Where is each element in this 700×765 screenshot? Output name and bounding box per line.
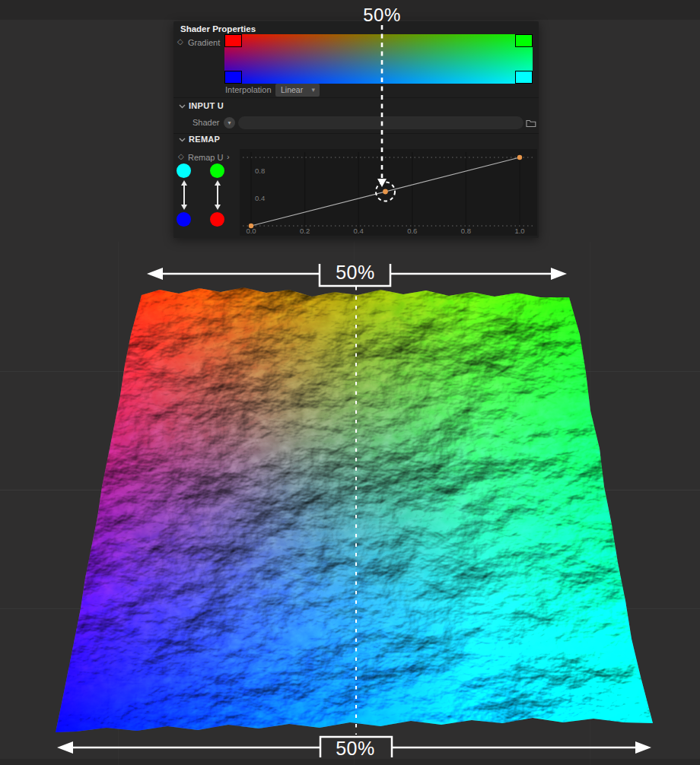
shader-properties-panel: Shader Properties ◇ Gradient xyxy=(173,21,539,238)
chevron-down-icon[interactable] xyxy=(179,138,186,142)
shader-options-button[interactable]: ▾ xyxy=(224,117,235,129)
swap-arrow-icon xyxy=(180,180,189,210)
curve-editor-background xyxy=(240,149,537,236)
terrain-width-label-top: 50% xyxy=(323,262,388,283)
interpolation-dropdown[interactable]: Linear ▾ xyxy=(275,84,320,97)
x-tick-label: 0.6 xyxy=(407,227,417,235)
viewport: 50% 50% Shader Properties ◇ Gradient xyxy=(0,0,700,765)
y-tick-label: 0.4 xyxy=(255,194,265,202)
terrain-rock-grain xyxy=(46,281,662,738)
diamond-icon: ◇ xyxy=(178,153,184,160)
section-header-remap[interactable]: REMAP xyxy=(189,135,220,144)
swap-arrow-icon xyxy=(213,180,222,210)
x-tick-label: 0.4 xyxy=(354,227,364,235)
section-header-input-u[interactable]: INPUT U xyxy=(189,101,224,110)
shader-input-field[interactable] xyxy=(238,116,523,129)
terrain-width-label-bottom: 50% xyxy=(323,738,388,759)
section-divider xyxy=(173,97,539,98)
gradient-editor[interactable] xyxy=(224,34,533,84)
chevron-down-icon[interactable] xyxy=(179,104,186,109)
interpolation-label: Interpolation xyxy=(225,85,272,94)
caret-down-icon: ▾ xyxy=(311,84,315,97)
shader-split-label: 50% xyxy=(352,5,412,26)
diamond-icon: ◇ xyxy=(177,38,183,46)
y-tick-label: 0.8 xyxy=(255,167,265,175)
section-divider xyxy=(173,133,539,134)
gradient-knot-top-right[interactable] xyxy=(515,34,533,47)
gradient-label: Gradient xyxy=(188,38,220,47)
caret-down-icon: ▾ xyxy=(228,119,231,126)
x-tick-label: 1.0 xyxy=(514,227,524,235)
swap-color-blue[interactable] xyxy=(177,212,191,227)
folder-icon[interactable] xyxy=(526,119,536,128)
gradient-knot-top-left[interactable] xyxy=(224,34,242,47)
panel-title: Shader Properties xyxy=(180,24,256,33)
remap-curve-editor[interactable]: 0.8 0.4 0.0 0.2 0.4 0.6 0.8 1.0 xyxy=(240,149,537,236)
curve-point-selected[interactable] xyxy=(383,189,388,195)
x-tick-label: 0.0 xyxy=(246,227,256,235)
swap-color-green[interactable] xyxy=(210,163,224,178)
angle-right-icon: › xyxy=(227,152,230,161)
remap-u-label[interactable]: Remap U xyxy=(188,153,223,162)
gradient-knot-bottom-right[interactable] xyxy=(515,71,533,84)
swap-color-red[interactable] xyxy=(210,212,224,227)
shader-label: Shader xyxy=(192,118,219,127)
x-tick-label: 0.2 xyxy=(300,227,310,235)
gradient-knot-bottom-left[interactable] xyxy=(224,71,242,84)
curve-point[interactable] xyxy=(517,155,522,160)
x-tick-label: 0.8 xyxy=(461,227,471,235)
swap-color-cyan[interactable] xyxy=(177,163,191,178)
interpolation-value: Linear xyxy=(281,85,303,94)
gradient-2d-preview xyxy=(224,34,533,84)
